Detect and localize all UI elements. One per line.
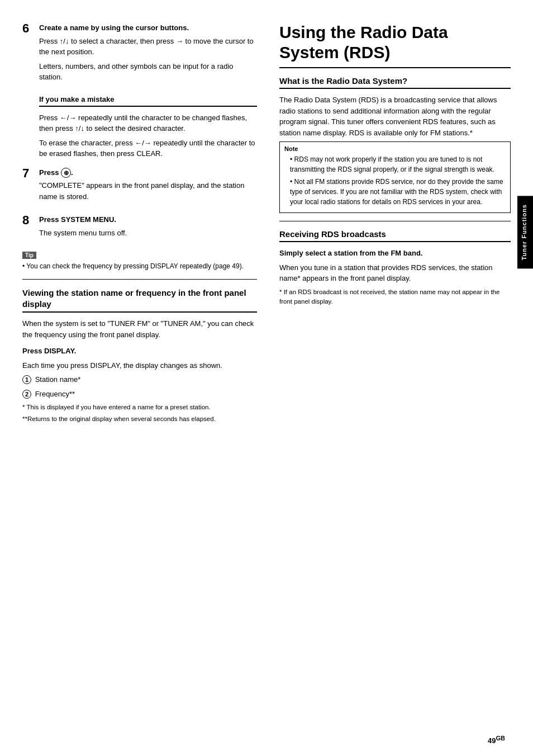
right-column: Using the Radio Data System (RDS) What i…	[268, 17, 533, 739]
receiving-footnote: * If an RDS broadcast is not received, t…	[279, 287, 511, 307]
step-7-number: 7	[22, 167, 29, 179]
step-6-body1: Press ↑/↓ to select a character, then pr…	[39, 36, 257, 58]
what-is-rds-section: What is the Radio Data System? The Radio…	[279, 76, 511, 213]
step-8-content: Press SYSTEM MENU. The system menu turns…	[39, 214, 257, 238]
receiving-rds-section: Receiving RDS broadcasts Simply select a…	[279, 229, 511, 306]
display-item2: 2 Frequency**	[22, 389, 257, 400]
gb-label: GB	[496, 735, 506, 741]
left-column: 6 Create a name by using the cursor butt…	[0, 17, 268, 739]
viewing-body1: When the system is set to "TUNER FM" or …	[22, 318, 257, 340]
note-list: RDS may not work properly if the station…	[284, 154, 506, 207]
tip-label: Tip	[22, 252, 36, 259]
mistake-heading: If you make a mistake	[39, 95, 257, 107]
press-display-body1: Each time you press DISPLAY, the display…	[22, 360, 257, 371]
note-item-1: RDS may not work properly if the station…	[290, 154, 506, 174]
page-container: 6 Create a name by using the cursor butt…	[0, 0, 533, 756]
step-8-title: Press SYSTEM MENU.	[39, 214, 257, 225]
viewing-section: Viewing the station name or frequency in…	[22, 287, 257, 424]
display-item1: 1 Station name*	[22, 374, 257, 385]
sidebar-tab: Tuner Functions	[517, 196, 533, 268]
what-is-heading: What is the Radio Data System?	[279, 76, 511, 89]
note-label: Note	[284, 145, 506, 152]
note-item-2: Not all FM stations provide RDS service,…	[290, 177, 506, 207]
tip-content: • You can check the frequency by pressin…	[22, 261, 257, 271]
step-7-block: 7 Press ⊕. "COMPLETE" appears in the fro…	[22, 167, 257, 206]
step-6-number: 6	[22, 22, 29, 35]
receiving-heading: Receiving RDS broadcasts	[279, 229, 511, 242]
press-display-section: Press DISPLAY. Each time you press DISPL…	[22, 346, 257, 424]
step-6-body2: Letters, numbers, and other symbols can …	[39, 61, 257, 83]
mistake-body1: Press ←/→ repeatedly until the character…	[39, 112, 257, 134]
step-6-title: Create a name by using the cursor button…	[39, 22, 257, 34]
title-divider	[279, 67, 511, 68]
step-7-title: Press ⊕.	[39, 167, 257, 178]
mistake-body2: To erase the character, press ←/→ repeat…	[39, 138, 257, 159]
circle-2-icon: 2	[22, 390, 31, 399]
section-divider-2	[279, 221, 511, 221]
receiving-body: When you tune in a station that provides…	[279, 262, 511, 284]
step-8-number: 8	[22, 214, 29, 226]
step-7-body: "COMPLETE" appears in the front panel di…	[39, 180, 257, 202]
press-circle-icon: ⊕	[61, 168, 71, 178]
what-is-body: The Radio Data System (RDS) is a broadca…	[279, 94, 511, 138]
page-number: 49GB	[488, 735, 505, 745]
mistake-section: If you make a mistake Press ←/→ repeated…	[39, 95, 257, 159]
circle-1-icon: 1	[22, 375, 31, 384]
receiving-sub-heading: Simply select a station from the FM band…	[279, 248, 511, 259]
main-title: Using the Radio Data System (RDS)	[279, 22, 511, 63]
step-6-content: Create a name by using the cursor button…	[39, 22, 257, 83]
tip-box: Tip • You can check the frequency by pre…	[22, 251, 257, 271]
footnote2: **Returns to the original display when s…	[22, 414, 257, 424]
section-divider-1	[22, 279, 257, 280]
press-display-heading: Press DISPLAY.	[22, 346, 257, 357]
step-7-content: Press ⊕. "COMPLETE" appears in the front…	[39, 167, 257, 202]
viewing-heading: Viewing the station name or frequency in…	[22, 287, 257, 313]
note-box: Note RDS may not work properly if the st…	[279, 141, 511, 213]
step-8-block: 8 Press SYSTEM MENU. The system menu tur…	[22, 214, 257, 242]
step-6-block: 6 Create a name by using the cursor butt…	[22, 22, 257, 86]
footnote1: * This is displayed if you have entered …	[22, 403, 257, 412]
step-8-body: The system menu turns off.	[39, 228, 257, 239]
